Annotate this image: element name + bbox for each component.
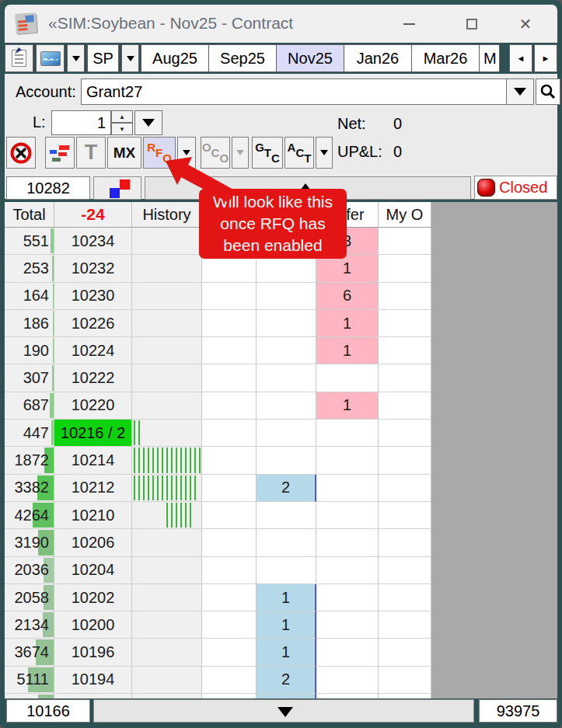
tab-nov25[interactable]: Nov25: [276, 44, 344, 72]
offer-cell[interactable]: [316, 667, 379, 694]
bid-cell[interactable]: [257, 255, 316, 282]
bid-cell[interactable]: 2: [257, 667, 316, 694]
offer-cell[interactable]: 1: [316, 255, 379, 282]
offer-cell[interactable]: [316, 447, 379, 474]
minimize-button[interactable]: [391, 5, 427, 43]
offer-cell[interactable]: [316, 420, 379, 447]
bid-cell[interactable]: [257, 694, 316, 698]
my-order-cell[interactable]: [379, 557, 431, 584]
bid-cell[interactable]: [257, 310, 316, 337]
bid-side-cell[interactable]: [202, 228, 257, 255]
level-dropdown[interactable]: [134, 110, 162, 135]
my-order-cell[interactable]: [379, 694, 431, 698]
offer-cell[interactable]: [316, 611, 379, 639]
chart-view-dropdown[interactable]: [67, 44, 85, 72]
depth-button[interactable]: [45, 137, 75, 169]
bid-cell[interactable]: 1: [257, 584, 316, 611]
act-button[interactable]: ACT: [284, 137, 314, 169]
my-order-cell[interactable]: [379, 337, 431, 364]
close-button[interactable]: ✕: [508, 5, 543, 43]
bid-side-cell[interactable]: [202, 667, 257, 694]
rfq-button[interactable]: RFQ: [143, 137, 176, 169]
my-order-cell[interactable]: [379, 364, 431, 392]
account-input[interactable]: [81, 78, 507, 105]
oco-button[interactable]: OCO: [201, 137, 230, 169]
bid-cell[interactable]: [257, 502, 316, 529]
my-order-cell[interactable]: [379, 420, 431, 447]
bid-side-cell[interactable]: [202, 611, 257, 639]
my-order-cell[interactable]: [379, 392, 431, 420]
bid-side-cell[interactable]: [202, 557, 257, 584]
tabs-scroll-left-button[interactable]: ◄: [509, 44, 532, 72]
my-order-cell[interactable]: [379, 529, 431, 556]
bid-side-cell[interactable]: [202, 310, 257, 337]
offer-cell[interactable]: [316, 364, 379, 392]
offer-cell[interactable]: [316, 639, 379, 666]
bid-side-cell[interactable]: [202, 364, 257, 392]
my-order-cell[interactable]: [379, 611, 431, 639]
offer-cell[interactable]: [316, 694, 379, 698]
my-order-cell[interactable]: [379, 639, 431, 666]
bid-cell[interactable]: [257, 447, 316, 474]
my-order-cell[interactable]: [379, 447, 431, 474]
tabs-scroll-right-button[interactable]: ►: [534, 44, 557, 72]
bid-cell[interactable]: [257, 364, 316, 392]
my-order-cell[interactable]: [379, 228, 431, 255]
chart-view-button[interactable]: [36, 44, 65, 72]
spinner-down-button[interactable]: ▼: [111, 123, 133, 135]
my-order-cell[interactable]: [379, 310, 431, 337]
bid-side-cell[interactable]: [202, 639, 257, 666]
bid-cell[interactable]: 1: [257, 611, 316, 639]
offer-cell[interactable]: [316, 557, 379, 584]
bid-cell[interactable]: 1: [257, 639, 316, 666]
cancel-all-button[interactable]: [6, 137, 36, 169]
tab-m[interactable]: M: [479, 44, 500, 72]
offer-cell[interactable]: [316, 475, 379, 502]
account-search-button[interactable]: [536, 78, 560, 105]
my-order-cell[interactable]: [379, 502, 431, 529]
offer-cell[interactable]: [316, 529, 379, 556]
account-dropdown[interactable]: [506, 78, 534, 105]
sp-button[interactable]: SP: [87, 44, 119, 72]
properties-button[interactable]: [5, 44, 33, 72]
bid-side-cell[interactable]: [202, 584, 257, 611]
my-order-cell[interactable]: [379, 475, 431, 502]
oco-dropdown[interactable]: [232, 137, 249, 169]
bid-side-cell[interactable]: [202, 337, 257, 364]
recenter-down-strip[interactable]: [93, 699, 474, 723]
bid-side-cell[interactable]: [202, 392, 257, 420]
sp-dropdown[interactable]: [121, 44, 139, 72]
bid-cell[interactable]: [257, 337, 316, 364]
bid-cell[interactable]: [257, 392, 316, 420]
text-mode-button[interactable]: T: [76, 137, 106, 169]
my-order-cell[interactable]: [379, 255, 431, 282]
rfq-dropdown[interactable]: [177, 137, 196, 169]
tab-mar26[interactable]: Mar26: [411, 44, 480, 72]
my-order-cell[interactable]: [379, 667, 431, 694]
act-dropdown[interactable]: [316, 137, 333, 169]
bid-cell[interactable]: [257, 283, 316, 310]
offer-cell[interactable]: 3: [316, 228, 379, 255]
offer-cell[interactable]: 1: [316, 392, 379, 420]
offer-cell[interactable]: 1: [316, 310, 379, 337]
tab-aug25[interactable]: Aug25: [141, 44, 209, 72]
bid-side-cell[interactable]: [202, 502, 257, 529]
bid-cell[interactable]: 2: [257, 475, 316, 502]
bid-cell[interactable]: [257, 557, 316, 584]
tab-jan26[interactable]: Jan26: [344, 44, 412, 72]
spinner-up-button[interactable]: ▲: [111, 110, 133, 123]
offer-cell[interactable]: 1: [316, 337, 379, 364]
bid-side-cell[interactable]: [202, 255, 257, 282]
bid-side-cell[interactable]: [202, 529, 257, 556]
mx-button[interactable]: MX: [107, 137, 141, 169]
tab-sep25[interactable]: Sep25: [208, 44, 277, 72]
my-order-cell[interactable]: [379, 283, 431, 310]
bid-cell[interactable]: [257, 529, 316, 556]
offer-cell[interactable]: [316, 502, 379, 529]
maximize-button[interactable]: [454, 5, 490, 43]
bid-side-cell[interactable]: [202, 420, 257, 447]
bid-side-cell[interactable]: [202, 694, 257, 698]
bid-side-cell[interactable]: [202, 475, 257, 502]
level-input[interactable]: [51, 110, 111, 135]
offer-cell[interactable]: 6: [316, 283, 379, 310]
